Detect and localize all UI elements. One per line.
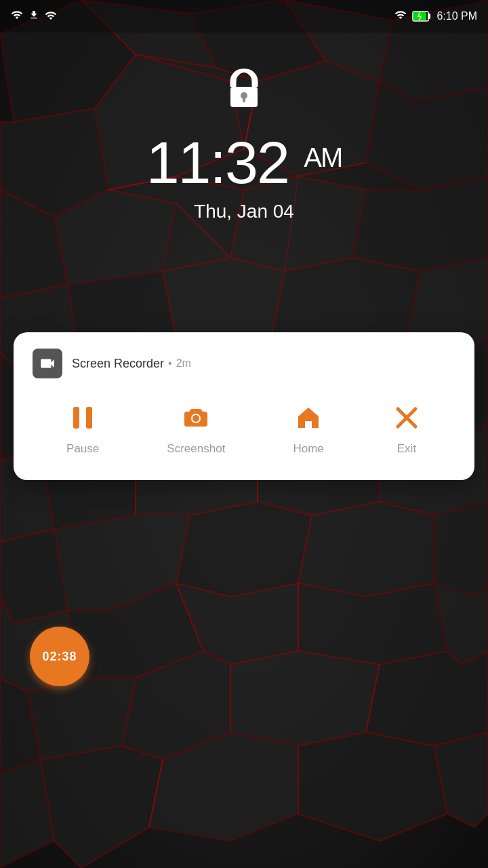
lock-screen: 11:32 AM Thu, Jan 04 bbox=[0, 0, 488, 222]
broadcast-icon bbox=[45, 9, 57, 24]
notification-card: Screen Recorder • 2m Pause bbox=[14, 332, 474, 480]
time-value: 11:32 bbox=[146, 129, 289, 196]
svg-marker-40 bbox=[298, 583, 447, 665]
camera-icon bbox=[181, 403, 211, 435]
screenshot-button[interactable]: Screenshot bbox=[156, 397, 236, 461]
home-label: Home bbox=[293, 442, 323, 456]
time-display: 11:32 AM bbox=[146, 133, 342, 193]
status-right-icons: 6:10 PM bbox=[394, 9, 477, 24]
svg-marker-34 bbox=[176, 502, 312, 597]
time-since: 2m bbox=[176, 357, 191, 370]
download-icon bbox=[28, 9, 39, 23]
date-display: Thu, Jan 04 bbox=[194, 201, 294, 222]
screenshot-label: Screenshot bbox=[167, 442, 225, 456]
svg-point-83 bbox=[192, 415, 199, 422]
wifi-icon bbox=[394, 9, 407, 24]
svg-marker-36 bbox=[434, 502, 488, 597]
svg-rect-79 bbox=[243, 97, 245, 102]
app-name: Screen Recorder bbox=[72, 357, 164, 371]
signal-icon bbox=[11, 9, 23, 24]
status-bar: 6:10 PM bbox=[0, 0, 488, 33]
pause-button[interactable]: Pause bbox=[56, 397, 110, 461]
notification-header: Screen Recorder • 2m bbox=[33, 349, 455, 378]
status-left-icons bbox=[11, 9, 57, 24]
recording-timer[interactable]: 02:38 bbox=[30, 627, 89, 686]
svg-marker-46 bbox=[366, 651, 488, 746]
battery-icon bbox=[412, 11, 431, 22]
svg-marker-35 bbox=[298, 502, 434, 597]
home-icon bbox=[293, 403, 323, 435]
lock-icon bbox=[225, 68, 263, 119]
timer-display: 02:38 bbox=[42, 650, 77, 664]
time-ampm: AM bbox=[304, 144, 342, 171]
exit-button[interactable]: Exit bbox=[381, 397, 432, 461]
svg-marker-45 bbox=[230, 651, 380, 746]
separator-dot: • bbox=[168, 357, 172, 370]
status-time: 6:10 PM bbox=[436, 10, 477, 22]
notification-title-row: Screen Recorder • 2m bbox=[72, 357, 191, 371]
action-buttons: Pause Screenshot Home bbox=[33, 397, 455, 461]
svg-rect-81 bbox=[86, 407, 92, 429]
pause-icon bbox=[68, 403, 98, 435]
app-icon-wrapper bbox=[33, 349, 62, 378]
exit-icon bbox=[392, 403, 422, 435]
exit-label: Exit bbox=[397, 442, 416, 456]
svg-rect-72 bbox=[428, 14, 430, 19]
home-button[interactable]: Home bbox=[282, 397, 334, 461]
pause-label: Pause bbox=[66, 442, 99, 456]
svg-rect-80 bbox=[73, 407, 79, 429]
